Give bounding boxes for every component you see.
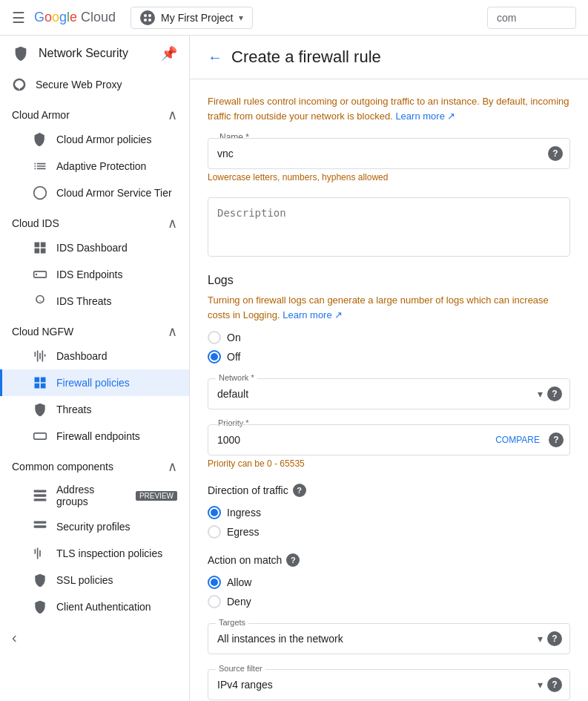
- sidebar-item-cloud-armor-policies[interactable]: Cloud Armor policies: [0, 126, 189, 153]
- common-components-section-header[interactable]: Common components ∧: [0, 450, 189, 478]
- logs-off-option[interactable]: Off: [208, 350, 570, 363]
- menu-icon[interactable]: ☰: [12, 9, 25, 27]
- svg-rect-4: [34, 490, 47, 493]
- priority-input[interactable]: [208, 425, 486, 455]
- cloud-ids-chevron[interactable]: ∧: [168, 215, 177, 231]
- network-select-wrapper: Network * default ▾ ?: [208, 378, 570, 409]
- action-allow-label: Allow: [227, 576, 251, 588]
- ids-threats-icon: [33, 294, 47, 309]
- pin-icon[interactable]: 📌: [161, 45, 177, 62]
- logo-o2: o: [52, 10, 59, 24]
- logs-learn-more-link[interactable]: Learn more ↗: [283, 309, 343, 320]
- priority-wrapper: COMPARE ?: [208, 424, 570, 455]
- cloud-ngfw-section-header[interactable]: Cloud NGFW ∧: [0, 315, 189, 343]
- content-header: ← Create a firewall rule: [190, 36, 588, 79]
- sidebar-label-ssl-policies: SSL policies: [56, 574, 113, 586]
- firewall-endpoints-icon: [33, 429, 47, 444]
- direction-ingress-radio[interactable]: [208, 506, 221, 519]
- sidebar-title: Network Security: [39, 47, 128, 60]
- info-learn-more-link[interactable]: Learn more ↗: [395, 111, 455, 122]
- sidebar-item-cloud-armor-service-tier[interactable]: Cloud Armor Service Tier: [0, 180, 189, 206]
- name-help-icon[interactable]: ?: [548, 146, 563, 161]
- direction-help-icon[interactable]: ?: [293, 484, 306, 497]
- sidebar-label-address-groups: Address groups: [56, 484, 122, 507]
- description-field: [208, 197, 570, 259]
- sidebar-label-ids-dashboard: IDS Dashboard: [56, 242, 128, 254]
- sidebar-collapse[interactable]: ‹: [0, 620, 189, 655]
- direction-egress-radio[interactable]: [208, 525, 221, 539]
- logs-on-option[interactable]: On: [208, 331, 570, 344]
- action-allow-option[interactable]: Allow: [208, 576, 570, 589]
- name-input[interactable]: [208, 138, 570, 169]
- logs-on-radio[interactable]: [208, 331, 221, 344]
- sidebar-item-secure-web-proxy[interactable]: Secure Web Proxy: [0, 71, 189, 98]
- sidebar-item-ids-dashboard[interactable]: IDS Dashboard: [0, 234, 189, 261]
- action-header-row: Action on match ?: [208, 553, 570, 567]
- sidebar: Network Security 📌 Secure Web Proxy Clou…: [0, 36, 190, 701]
- network-field-label: Network *: [216, 373, 257, 382]
- sidebar-item-firewall-endpoints[interactable]: Firewall endpoints: [0, 423, 189, 450]
- cloud-ids-section-header[interactable]: Cloud IDS ∧: [0, 206, 189, 234]
- name-hint: Lowercase letters, numbers, hyphens allo…: [208, 172, 570, 182]
- action-allow-radio[interactable]: [208, 576, 221, 589]
- sidebar-item-ids-endpoints[interactable]: IDS Endpoints: [0, 261, 189, 288]
- sidebar-label-ids-endpoints: IDS Endpoints: [56, 269, 123, 280]
- logo-o1: o: [44, 10, 52, 24]
- logo-g2: g: [59, 10, 67, 24]
- source-filter-select[interactable]: IPv4 ranges: [208, 670, 569, 700]
- name-field: Name * ? Lowercase letters, numbers, hyp…: [208, 138, 570, 182]
- back-button[interactable]: ←: [208, 49, 222, 66]
- direction-egress-option[interactable]: Egress: [208, 525, 570, 539]
- network-select[interactable]: default: [208, 379, 569, 409]
- sidebar-item-dashboard[interactable]: Dashboard: [0, 343, 189, 369]
- source-filter-help-icon[interactable]: ?: [547, 677, 562, 692]
- action-help-icon[interactable]: ?: [286, 553, 300, 567]
- network-help-icon[interactable]: ?: [547, 386, 562, 401]
- sidebar-item-firewall-policies[interactable]: Firewall policies: [0, 369, 189, 396]
- sidebar-item-ids-threats[interactable]: IDS Threats: [0, 288, 189, 315]
- sidebar-item-security-profiles[interactable]: Security profiles: [0, 513, 189, 540]
- sidebar-item-tls-inspection[interactable]: TLS inspection policies: [0, 540, 189, 567]
- sidebar-item-adaptive-protection[interactable]: Adaptive Protection: [0, 153, 189, 180]
- compare-button[interactable]: COMPARE: [486, 429, 549, 451]
- page-title: Create a firewall rule: [231, 47, 381, 67]
- direction-radio-group: Ingress Egress: [208, 506, 570, 539]
- targets-select[interactable]: All instances in the network: [208, 624, 569, 654]
- direction-ingress-option[interactable]: Ingress: [208, 506, 570, 519]
- sidebar-item-ssl-policies[interactable]: SSL policies: [0, 567, 189, 593]
- direction-header-row: Direction of traffic ?: [208, 484, 570, 497]
- cloud-armor-section-header[interactable]: Cloud Armor ∧: [0, 98, 189, 126]
- common-components-chevron[interactable]: ∧: [168, 458, 177, 475]
- common-components-label: Common components: [12, 461, 113, 473]
- logs-off-radio[interactable]: [208, 350, 221, 363]
- cloud-armor-chevron[interactable]: ∧: [168, 107, 177, 123]
- action-deny-radio[interactable]: [208, 595, 221, 608]
- sidebar-item-client-authentication[interactable]: Client Authentication: [0, 593, 189, 620]
- secure-web-proxy-icon: [12, 77, 27, 92]
- sidebar-item-threats[interactable]: Threats: [0, 396, 189, 423]
- svg-rect-5: [34, 494, 47, 496]
- direction-ingress-label: Ingress: [227, 507, 261, 519]
- priority-hint: Priority can be 0 - 65535: [208, 458, 570, 469]
- priority-help-icon[interactable]: ?: [549, 432, 564, 447]
- network-field: Network * default ▾ ?: [208, 378, 570, 409]
- ids-endpoints-icon: [33, 267, 47, 282]
- content-body: Firewall rules control incoming or outgo…: [190, 79, 588, 701]
- google-cloud-logo: Google Cloud: [34, 10, 116, 25]
- svg-rect-8: [34, 525, 47, 527]
- cloud-armor-policies-icon: [33, 132, 47, 147]
- address-groups-icon: [33, 488, 47, 503]
- description-input[interactable]: [208, 197, 570, 257]
- dashboard-icon: [33, 349, 47, 363]
- cloud-ngfw-label: Cloud NGFW: [12, 326, 73, 338]
- action-label: Action on match: [208, 554, 282, 566]
- ssl-policies-icon: [33, 573, 47, 588]
- action-deny-option[interactable]: Deny: [208, 595, 570, 608]
- search-input[interactable]: [487, 7, 576, 29]
- sidebar-label-cloud-armor-policies: Cloud Armor policies: [56, 134, 151, 145]
- cloud-ngfw-chevron[interactable]: ∧: [168, 323, 177, 340]
- project-selector[interactable]: My First Project ▾: [131, 7, 253, 29]
- targets-help-icon[interactable]: ?: [547, 631, 562, 646]
- project-name: My First Project: [161, 12, 233, 24]
- sidebar-item-address-groups[interactable]: Address groups PREVIEW: [0, 478, 189, 513]
